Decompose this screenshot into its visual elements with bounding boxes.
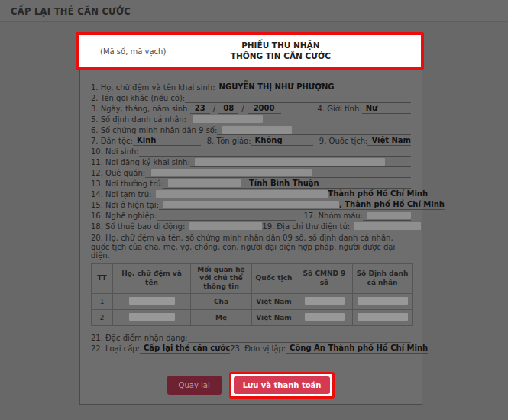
email-redacted xyxy=(354,222,421,230)
back-button[interactable]: Quay lại xyxy=(167,376,222,395)
row2-index: 2 xyxy=(92,309,113,325)
birthplace-field xyxy=(139,147,411,157)
field-row-dob-gender: 3. Ngày, tháng, năm sinh: 23 / 08 / 2000… xyxy=(91,103,411,114)
gender-label: 4. Giới tính: xyxy=(318,105,362,114)
button-row: Quay lại Lưu và thanh toán xyxy=(91,372,411,399)
barcode-placeholder-label: (Mã số, mã vạch) xyxy=(100,47,166,56)
issuing-unit-label: 23. Đơn vị lập: xyxy=(230,344,286,354)
birth-name-label: 1. Họ, chữ đệm và tên khai sinh: xyxy=(91,83,215,92)
row1-nationality: Việt Nam xyxy=(252,293,296,309)
relatives-section-label: 20. Họ, chữ đệm và tên, số chứng minh nh… xyxy=(91,234,411,260)
col-header-name: Họ, chữ đệm và tên xyxy=(113,263,191,293)
field-row-birth-registration: 11. Nơi đăng ký khai sinh: xyxy=(91,157,411,167)
dob-year: 2000 xyxy=(254,104,275,113)
religion-label: 8. Tôn giáo: xyxy=(207,137,251,146)
row2-nationality: Việt Nam xyxy=(252,309,296,325)
permanent-address-label: 13. Nơi thường trú: xyxy=(91,179,163,189)
row1-personal-id-redacted xyxy=(358,297,408,305)
email-label: 19. Địa chỉ thư điện tử: xyxy=(262,222,350,231)
dob-label: 3. Ngày, tháng, năm sinh: xyxy=(91,105,190,114)
permanent-address-value: Tỉnh Bình Thuận xyxy=(249,179,319,188)
birthplace-label: 10. Nơi sinh: xyxy=(91,147,139,157)
form-title-line2: THÔNG TIN CĂN CƯỚC xyxy=(231,51,331,62)
form-title: PHIẾU THU NHẬN THÔNG TIN CĂN CƯỚC xyxy=(231,40,331,61)
row2-personal-id-redacted xyxy=(358,313,408,321)
old-id-label: 6. Số chứng minh nhân dân 9 số: xyxy=(91,126,217,135)
col-header-cmnd: Số CMND 9 số xyxy=(296,263,353,293)
field-row-current-address: 15. Nơi ở hiện tại: , Thành phố Hồ Chí M… xyxy=(91,199,411,210)
ethnicity-label: 7. Dân tộc: xyxy=(91,137,133,146)
relatives-table: TT Họ, chữ đệm và tên Mối quan hệ với ch… xyxy=(91,263,413,326)
save-and-pay-button[interactable]: Lưu và thanh toán xyxy=(234,376,331,394)
field-row-issue-type-unit: 22. Loại cấp: Cấp lại thẻ căn cước 23. Đ… xyxy=(91,343,411,354)
row1-cmnd-redacted xyxy=(305,297,345,305)
birth-registration-redacted xyxy=(195,158,385,166)
identifying-marks-label: 21. Đặc điểm nhận dạng: xyxy=(91,334,188,343)
issue-type-label: 22. Loại cấp: xyxy=(91,344,140,354)
personal-id-label: 5. Số định danh cá nhân: xyxy=(91,115,186,124)
birth-registration-label: 11. Nơi đăng ký khai sinh: xyxy=(91,158,190,167)
field-row-permanent-address: 13. Nơi thường trú: Tỉnh Bình Thuận xyxy=(91,178,411,189)
personal-id-redacted xyxy=(193,115,263,123)
field-row-personal-id: 5. Số định danh cá nhân: xyxy=(91,114,411,124)
issue-type-value: Cấp lại thẻ căn cước xyxy=(144,344,230,353)
hometown-label: 12. Quê quán: xyxy=(91,169,145,178)
field-row-ethnic-religion-nationality: 7. Dân tộc: Kinh 8. Tôn giáo: Không 9. Q… xyxy=(91,135,411,146)
field-row-hometown: 12. Quê quán: xyxy=(91,167,411,178)
nationality-label: 9. Quốc tịch: xyxy=(319,137,368,146)
temporary-address-value: Thành phố Hồ Chí Minh xyxy=(328,189,428,199)
birth-name-value: NGUYỄN THỊ NHƯ PHƯỢNG xyxy=(219,82,335,92)
field-row-other-name: 2. Tên gọi khác (nếu có): xyxy=(91,92,411,103)
identifying-marks-field xyxy=(188,333,411,343)
blood-type-redacted xyxy=(367,212,411,219)
phone-label: 18. Số thuê bao di động: xyxy=(91,222,185,231)
row1-index: 1 xyxy=(92,293,113,309)
hometown-redacted xyxy=(151,169,312,176)
temporary-address-redacted xyxy=(156,190,328,198)
row1-name-redacted xyxy=(129,297,175,305)
permanent-address-redacted xyxy=(168,179,241,187)
occupation-field xyxy=(157,211,296,221)
field-row-temporary-address: 14. Nơi tạm trú: Thành phố Hồ Chí Minh xyxy=(91,189,411,199)
religion-value: Không xyxy=(255,136,283,145)
row2-name-redacted xyxy=(129,313,175,321)
dob-day: 23 xyxy=(195,104,205,113)
field-row-occupation-blood: 16. Nghề nghiệp: 17. Nhóm máu: xyxy=(91,210,411,221)
blood-type-label: 17. Nhóm máu: xyxy=(303,212,363,221)
form-title-line1: PHIẾU THU NHẬN xyxy=(231,40,331,51)
field-row-identifying-marks: 21. Đặc điểm nhận dạng: xyxy=(91,332,411,343)
occupation-label: 16. Nghề nghiệp: xyxy=(91,212,157,221)
issuing-unit-value: Công An Thành phố Hồ Chí Minh xyxy=(290,344,428,353)
row1-relation: Cha xyxy=(191,293,252,309)
col-header-tt: TT xyxy=(92,263,113,293)
field-row-phone-email: 18. Số thuê bao di động: 19. Địa chỉ thư… xyxy=(91,221,411,231)
current-address-label: 15. Nơi ở hiện tại: xyxy=(91,201,159,210)
col-header-relation: Mối quan hệ với chủ thể thông tin xyxy=(191,263,252,293)
field-row-old-id: 6. Số chứng minh nhân dân 9 số: xyxy=(91,124,411,135)
ethnicity-value: Kinh xyxy=(137,136,156,145)
other-name-label: 2. Tên gọi khác (nếu có): xyxy=(91,94,185,103)
phone-redacted xyxy=(189,222,262,230)
field-row-birth-name: 1. Họ, chữ đệm và tên khai sinh: NGUYỄN … xyxy=(91,82,411,92)
dob-separator-2: / xyxy=(241,105,244,114)
page-title: CẤP LẠI THẺ CĂN CƯỚC xyxy=(11,6,131,17)
gender-value: Nữ xyxy=(366,104,378,113)
field-row-birthplace: 10. Nơi sinh: xyxy=(91,146,411,157)
temporary-address-label: 14. Nơi tạm trú: xyxy=(91,190,151,199)
col-header-personal-id: Số Định danh cá nhân xyxy=(353,263,413,293)
current-address-value: , Thành phố Hồ Chí Minh xyxy=(339,200,445,209)
table-row: 2 Mẹ Việt Nam xyxy=(92,309,413,325)
other-name-field xyxy=(185,93,411,103)
row2-cmnd-redacted xyxy=(305,313,345,321)
form-header-highlight: (Mã số, mã vạch) PHIẾU THU NHẬN THÔNG TI… xyxy=(76,32,424,70)
save-button-highlight: Lưu và thanh toán xyxy=(229,372,335,399)
dob-month: 08 xyxy=(223,104,234,113)
current-address-redacted xyxy=(163,201,339,208)
table-row: 1 Cha Việt Nam xyxy=(92,293,413,309)
nationality-value: Việt Nam xyxy=(371,136,411,145)
form-body: 1. Họ, chữ đệm và tên khai sinh: NGUYỄN … xyxy=(91,82,411,399)
dob-separator: / xyxy=(213,105,215,114)
relatives-table-header-row: TT Họ, chữ đệm và tên Mối quan hệ với ch… xyxy=(92,263,413,293)
old-id-redacted xyxy=(222,126,292,134)
col-header-nationality: Quốc tịch xyxy=(252,263,296,293)
